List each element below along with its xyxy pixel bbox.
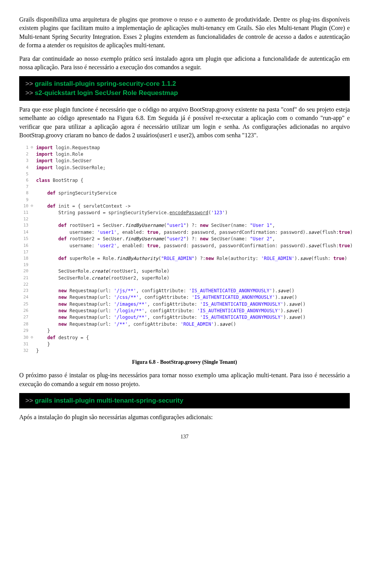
- line-number: 14: [19, 229, 31, 235]
- prompt-icon: >>: [25, 89, 35, 97]
- paragraph-2: Para dar continuidade ao nosso exemplo p…: [19, 55, 350, 72]
- code-block-1: >> grails install-plugin spring-security…: [19, 76, 350, 101]
- line-number: 7: [19, 184, 31, 190]
- line-number: 28: [19, 321, 31, 327]
- line-number: 8: [19, 190, 31, 196]
- editor-line: 5: [19, 171, 350, 177]
- code-text: new Requestmap(url: '/images/**', config…: [36, 301, 350, 308]
- editor-line: 15 def rootUser2 = SecUser.findByUsernam…: [19, 236, 350, 242]
- code-line-1: >> grails install-plugin spring-security…: [25, 79, 344, 88]
- line-number: 12: [19, 216, 31, 222]
- editor-line: 23 new Requestmap(url: '/js/**', configA…: [19, 288, 350, 294]
- code-text: import login.SecUser: [36, 158, 350, 164]
- editor-line: 19: [19, 262, 350, 268]
- line-number: 16: [19, 243, 31, 249]
- editor-line: 24 new Requestmap(url: '/css/**', config…: [19, 294, 350, 301]
- line-number: 30: [19, 335, 31, 341]
- editor-line: 12: [19, 216, 350, 222]
- code-editor: 1⊖import login.Requestmap2import login.R…: [19, 145, 350, 355]
- code-text: }: [36, 348, 350, 354]
- code-text: def rootUser2 = SecUser.findByUsername("…: [36, 236, 350, 242]
- editor-line: 28 new Requestmap(url: '/**', configAttr…: [19, 321, 350, 328]
- line-number: 3: [19, 158, 31, 164]
- editor-line: 10⊖ def init = { servletContext ->: [19, 203, 350, 210]
- line-number: 4: [19, 165, 31, 171]
- code-text: def rootUser1 = SecUser.findByUsername("…: [36, 222, 350, 229]
- code-text: }: [36, 341, 350, 348]
- line-number: 22: [19, 282, 31, 288]
- code-command: grails install-plugin spring-security-co…: [35, 80, 176, 87]
- line-number: 23: [19, 288, 31, 294]
- editor-line: 31 }: [19, 341, 350, 348]
- line-number: 9: [19, 197, 31, 203]
- fold-marker-icon: ⊖: [31, 203, 36, 209]
- paragraph-1: Grails disponibiliza uma arquitetura de …: [19, 15, 350, 50]
- code-command: grails install-plugin multi-tenant-sprin…: [35, 397, 183, 404]
- prompt-icon: >>: [25, 397, 35, 404]
- code-text: username: 'user1', enabled: true, passwo…: [36, 229, 353, 236]
- line-number: 29: [19, 328, 31, 334]
- code-text: import login.SecUserRole;: [36, 165, 350, 171]
- line-number: 15: [19, 236, 31, 242]
- code-text: def springSecurityService: [36, 190, 350, 197]
- editor-line: 8 def springSecurityService: [19, 190, 350, 197]
- figure-caption: Figura 6.8 - BootStrap.groovy (Single Te…: [19, 358, 350, 366]
- page-number: 137: [19, 433, 350, 441]
- line-number: 17: [19, 249, 31, 255]
- editor-line: 27 new Requestmap(url: '/logout/**', con…: [19, 314, 350, 321]
- paragraph-4: O próximo passo é instalar os plug-ins n…: [19, 371, 350, 388]
- line-number: 31: [19, 341, 31, 347]
- editor-line: 32}: [19, 348, 350, 354]
- code-line-1: >> grails install-plugin multi-tenant-sp…: [25, 396, 344, 405]
- editor-line: 17: [19, 249, 350, 255]
- code-text: SecUserRole.create(rootUser2, superRole): [36, 275, 350, 282]
- editor-line: 7: [19, 184, 350, 190]
- fold-marker-icon: ⊖: [31, 335, 36, 340]
- line-number: 27: [19, 314, 31, 320]
- editor-line: 21 SecUserRole.create(rootUser2, superRo…: [19, 275, 350, 282]
- fold-marker-icon: ⊖: [31, 145, 36, 150]
- editor-line: 1⊖import login.Requestmap: [19, 145, 350, 151]
- line-number: 2: [19, 151, 31, 157]
- editor-line: 22: [19, 282, 350, 288]
- code-command: s2-quickstart login SecUser Role Request…: [35, 89, 178, 97]
- editor-line: 30⊖ def destroy = {: [19, 335, 350, 341]
- line-number: 26: [19, 308, 31, 314]
- line-number: 6: [19, 177, 31, 183]
- editor-line: 13 def rootUser1 = SecUser.findByUsernam…: [19, 222, 350, 229]
- editor-line: 3import login.SecUser: [19, 158, 350, 164]
- code-text: String password = springSecurityService.…: [36, 210, 350, 216]
- line-number: 1: [19, 145, 31, 151]
- editor-line: 14 username: 'user1', enabled: true, pas…: [19, 229, 350, 236]
- editor-line: 2import login.Role: [19, 151, 350, 158]
- editor-line: 16 username: 'user2', enabled: true, pas…: [19, 243, 350, 249]
- code-text: SecUserRole.create(rootUser1, superRole): [36, 268, 350, 275]
- code-text: }: [36, 328, 350, 334]
- editor-line: 9: [19, 197, 350, 203]
- editor-line: 6class BootStrap {: [19, 177, 350, 184]
- line-number: 24: [19, 294, 31, 300]
- paragraph-5: Após a instalação do plugin são necessár…: [19, 413, 350, 421]
- editor-line: 4import login.SecUserRole;: [19, 165, 350, 171]
- paragraph-3: Para que esse plugin funcione é necessár…: [19, 105, 350, 140]
- code-text: new Requestmap(url: '/**', configAttribu…: [36, 321, 350, 328]
- line-number: 11: [19, 210, 31, 216]
- editor-line: 11 String password = springSecurityServi…: [19, 210, 350, 216]
- line-number: 21: [19, 275, 31, 281]
- code-block-2: >> grails install-plugin multi-tenant-sp…: [19, 393, 350, 408]
- code-text: new Requestmap(url: '/login/**', configA…: [36, 308, 350, 314]
- editor-line: 20 SecUserRole.create(rootUser1, superRo…: [19, 268, 350, 275]
- code-text: def destroy = {: [36, 335, 350, 341]
- code-text: def superRole = Role.findByAuthority("RO…: [36, 255, 350, 262]
- line-number: 10: [19, 203, 31, 209]
- editor-line: 29 }: [19, 328, 350, 334]
- line-number: 20: [19, 268, 31, 274]
- line-number: 19: [19, 262, 31, 268]
- line-number: 5: [19, 171, 31, 177]
- code-text: new Requestmap(url: '/js/**', configAttr…: [36, 288, 350, 294]
- code-text: def init = { servletContext ->: [36, 203, 350, 210]
- code-text: new Requestmap(url: '/css/**', configAtt…: [36, 294, 350, 301]
- code-text: username: 'user2', enabled: true, passwo…: [36, 243, 353, 249]
- code-line-2: >> s2-quickstart login SecUser Role Requ…: [25, 88, 344, 98]
- editor-line: 25 new Requestmap(url: '/images/**', con…: [19, 301, 350, 308]
